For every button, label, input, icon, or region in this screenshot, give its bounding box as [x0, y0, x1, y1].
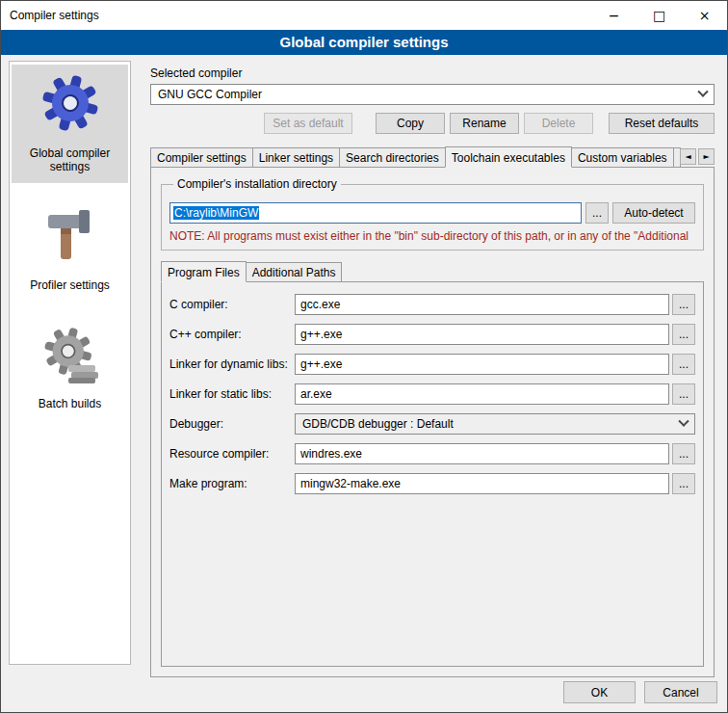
resource-compiler-row: Resource compiler: ...	[169, 443, 695, 464]
gear-gray-icon	[39, 323, 101, 384]
tab-compiler-settings[interactable]: Compiler settings	[150, 147, 253, 167]
linker-dynamic-label: Linker for dynamic libs:	[169, 357, 295, 371]
window-title: Compiler settings	[1, 9, 99, 22]
tab-scroll-right-button[interactable]: ►	[698, 148, 715, 165]
autodetect-button[interactable]: Auto-detect	[612, 202, 695, 224]
selected-compiler-label: Selected compiler	[150, 66, 715, 80]
make-program-label: Make program:	[169, 477, 295, 490]
debugger-label: Debugger:	[169, 417, 295, 431]
ok-button[interactable]: OK	[563, 681, 636, 703]
browse-installation-dir-button[interactable]: ...	[585, 202, 609, 224]
close-button[interactable]: ×	[682, 1, 727, 30]
minimize-button[interactable]: −	[591, 1, 637, 30]
resource-compiler-label: Resource compiler:	[169, 447, 295, 461]
titlebar: Compiler settings − □ ×	[1, 1, 727, 30]
browse-linker-static-button[interactable]: ...	[672, 383, 695, 405]
sidebar-item-batch-builds[interactable]: Batch builds	[12, 315, 128, 420]
program-files-panel: C compiler: ... C++ compiler: ... Linker…	[161, 281, 704, 667]
maximize-button[interactable]: □	[637, 1, 682, 30]
compiler-actions: Set as default Copy Rename Delete Reset …	[150, 113, 715, 134]
tab-linker-settings[interactable]: Linker settings	[252, 147, 340, 167]
selected-path-text: C:\raylib\MinGW	[173, 206, 259, 220]
browse-c-compiler-button[interactable]: ...	[672, 294, 695, 315]
c-compiler-label: C compiler:	[169, 298, 295, 311]
chevron-down-icon	[678, 416, 689, 427]
set-as-default-button[interactable]: Set as default	[264, 113, 352, 134]
linker-dynamic-input[interactable]	[295, 354, 669, 375]
dialog-footer: OK Cancel	[563, 681, 717, 703]
linker-dynamic-row: Linker for dynamic libs: ...	[169, 354, 695, 375]
make-program-row: Make program: ...	[169, 473, 695, 494]
sidebar-item-global-compiler-settings[interactable]: Global compiler settings	[12, 65, 128, 183]
browse-cpp-compiler-button[interactable]: ...	[672, 324, 695, 345]
installation-path-input[interactable]: C:\raylib\MinGW	[169, 202, 582, 224]
rename-button[interactable]: Rename	[450, 113, 519, 134]
browse-make-program-button[interactable]: ...	[672, 473, 695, 494]
chevron-down-icon	[697, 87, 708, 97]
installation-directory-groupbox: Compiler's installation directory C:\ray…	[161, 177, 704, 251]
sidebar-item-label: Batch builds	[39, 397, 101, 410]
profiler-tool-icon	[39, 204, 101, 266]
settings-tabs: Compiler settings Linker settings Search…	[150, 145, 715, 167]
installation-directory-legend: Compiler's installation directory	[173, 177, 341, 191]
tab-scroll-left-button[interactable]: ◄	[680, 148, 696, 165]
browse-resource-compiler-button[interactable]: ...	[672, 443, 695, 464]
tab-search-directories[interactable]: Search directories	[339, 147, 446, 167]
debugger-combobox[interactable]: GDB/CDB debugger : Default	[295, 413, 695, 435]
toolchain-executables-panel: Compiler's installation directory C:\ray…	[150, 167, 715, 677]
subtab-program-files[interactable]: Program Files	[161, 261, 247, 282]
installation-note-text: NOTE: All programs must exist either in …	[169, 229, 695, 243]
compiler-settings-dialog: Compiler settings − □ × Global compiler …	[0, 0, 728, 713]
sidebar-item-profiler-settings[interactable]: Profiler settings	[12, 197, 128, 302]
debugger-row: Debugger: GDB/CDB debugger : Default	[169, 413, 695, 435]
tab-custom-variables[interactable]: Custom variables	[571, 147, 674, 167]
linker-static-input[interactable]	[295, 383, 669, 405]
debugger-combobox-value: GDB/CDB debugger : Default	[302, 417, 454, 431]
sidebar-item-label: Profiler settings	[30, 278, 110, 292]
main-panel: Selected compiler GNU GCC Compiler Set a…	[141, 61, 721, 666]
resource-compiler-input[interactable]	[295, 443, 669, 464]
linker-static-label: Linker for static libs:	[169, 387, 295, 401]
linker-static-row: Linker for static libs: ...	[169, 383, 695, 405]
browse-linker-dynamic-button[interactable]: ...	[672, 354, 695, 375]
compiler-combobox[interactable]: GNU GCC Compiler	[150, 84, 715, 105]
page-title: Global compiler settings	[1, 30, 727, 55]
cpp-compiler-row: C++ compiler: ...	[169, 324, 695, 345]
reset-defaults-button[interactable]: Reset defaults	[609, 113, 715, 134]
c-compiler-row: C compiler: ...	[169, 294, 695, 315]
cpp-compiler-input[interactable]	[295, 324, 669, 345]
c-compiler-input[interactable]	[295, 294, 669, 315]
cpp-compiler-label: C++ compiler:	[169, 328, 295, 341]
subtab-additional-paths[interactable]: Additional Paths	[246, 262, 343, 281]
tab-toolchain-executables[interactable]: Toolchain executables	[445, 146, 572, 168]
tab-scroll-buttons: ◄ ►	[680, 148, 715, 167]
cancel-button[interactable]: Cancel	[644, 681, 717, 703]
compiler-combobox-value: GNU GCC Compiler	[158, 88, 262, 101]
sidebar: Global compiler settings Profiler settin…	[9, 61, 131, 665]
delete-button[interactable]: Delete	[524, 113, 593, 134]
window-controls: − □ ×	[591, 1, 727, 30]
copy-button[interactable]: Copy	[376, 113, 445, 134]
program-files-subtabs: Program Files Additional Paths	[161, 260, 704, 281]
make-program-input[interactable]	[295, 473, 669, 494]
sidebar-item-label: Global compiler settings	[15, 146, 124, 173]
gear-blue-icon	[39, 72, 101, 134]
installation-path-row: C:\raylib\MinGW ... Auto-detect	[169, 202, 695, 224]
